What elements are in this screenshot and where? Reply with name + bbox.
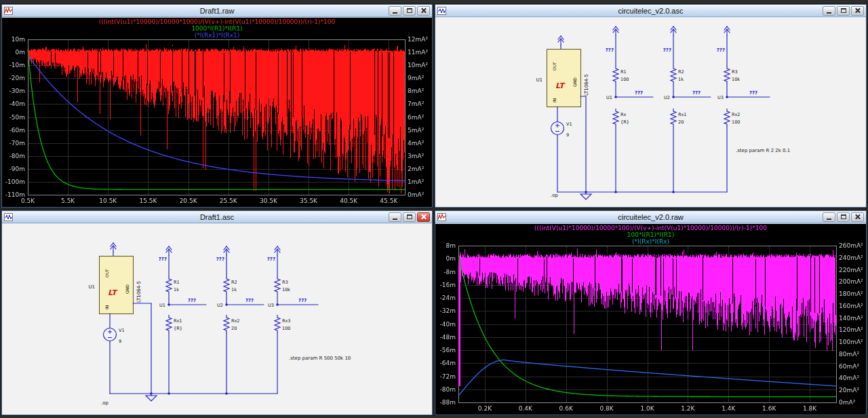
window-title: Draft1.asc xyxy=(2,213,432,221)
maximize-button[interactable] xyxy=(403,212,416,222)
schematic-drawing: LTOUTGNDINLT1084-5U1V19???R11k???U1Rx1{R… xyxy=(2,224,432,415)
svg-text:U1: U1 xyxy=(88,284,95,290)
svg-text:???: ??? xyxy=(245,298,254,303)
titlebar[interactable]: Draft1.asc xyxy=(2,211,432,223)
maximize-button[interactable] xyxy=(403,6,416,16)
close-icon xyxy=(420,214,427,220)
close-button[interactable] xyxy=(417,6,430,16)
window-circuitelec-v2-asc: circuitelec_v2.0.asc LTOUTGNDINLT1084-5U… xyxy=(435,4,867,208)
svg-text:???: ??? xyxy=(663,48,671,53)
svg-text:Rx: Rx xyxy=(620,112,627,117)
svg-text:U1: U1 xyxy=(606,95,612,100)
close-button[interactable] xyxy=(851,6,864,16)
waveform-viewer[interactable]: (((int(V(u1)*10000)/10000*1000)/(V(v+)-i… xyxy=(2,18,432,207)
svg-text:R2: R2 xyxy=(678,69,684,75)
window-controls xyxy=(387,6,430,16)
close-icon xyxy=(420,7,427,14)
titlebar[interactable]: Draft1.raw xyxy=(2,5,432,17)
svg-text:1k: 1k xyxy=(174,287,179,292)
window-title: circuitelec_v2.0.raw xyxy=(435,213,866,221)
close-button[interactable] xyxy=(851,212,864,222)
svg-text:???: ??? xyxy=(216,256,224,262)
window-title: Draft1.raw xyxy=(2,7,432,15)
titlebar[interactable]: circuitelec_v2.0.raw xyxy=(435,211,866,223)
svg-text:100: 100 xyxy=(282,326,290,331)
svg-text:V1: V1 xyxy=(119,328,125,333)
svg-text:9: 9 xyxy=(119,339,121,344)
svg-text:1k: 1k xyxy=(231,287,237,292)
svg-text:10k: 10k xyxy=(732,77,740,82)
window-draft1-asc: Draft1.asc LTOUTGNDINLT1084-5U1V19???R11… xyxy=(1,210,433,415)
maximize-icon xyxy=(407,8,412,13)
window-controls xyxy=(821,212,864,222)
minimize-icon xyxy=(393,218,397,220)
waveform-canvas[interactable] xyxy=(2,18,432,207)
svg-text:???: ??? xyxy=(635,90,643,96)
svg-text:1k: 1k xyxy=(678,77,684,82)
titlebar[interactable]: circuitelec_v2.0.asc xyxy=(435,5,866,17)
minimize-icon xyxy=(393,12,397,14)
svg-text:{R}: {R} xyxy=(620,119,629,125)
close-icon xyxy=(854,7,861,14)
svg-text:LT1084-5: LT1084-5 xyxy=(584,74,589,96)
svg-text:???: ??? xyxy=(692,90,701,96)
close-button[interactable] xyxy=(417,212,430,222)
close-icon xyxy=(854,214,861,220)
svg-text:OUT: OUT xyxy=(104,269,109,278)
schematic-editor[interactable]: LTOUTGNDINLT1084-5U1V19???R11k???U1Rx1{R… xyxy=(2,224,432,415)
svg-text:U2: U2 xyxy=(217,303,223,308)
window-draft1-raw: Draft1.raw (((int(V(u1)*10000)/10000*100… xyxy=(1,4,433,208)
window-circuitelec-v2-raw: circuitelec_v2.0.raw (((int(V(u1)*10000)… xyxy=(435,210,867,415)
svg-text:R2: R2 xyxy=(231,280,237,285)
minimize-icon xyxy=(827,218,831,220)
window-controls xyxy=(387,212,430,222)
svg-text:U3: U3 xyxy=(717,95,724,100)
svg-text:U1: U1 xyxy=(159,303,165,308)
svg-text:9: 9 xyxy=(566,132,569,138)
minimize-button[interactable] xyxy=(823,6,835,16)
svg-text:GND: GND xyxy=(572,77,577,87)
schematic-window-icon xyxy=(4,213,13,221)
svg-text:20: 20 xyxy=(231,326,237,331)
svg-text:100: 100 xyxy=(732,119,740,125)
svg-text:Rx3: Rx3 xyxy=(282,318,291,324)
maximize-button[interactable] xyxy=(837,212,850,222)
svg-text:???: ??? xyxy=(298,298,307,303)
svg-text:R1: R1 xyxy=(174,280,180,285)
schematic-drawing: LTOUTGNDINLT1084-5U1V19???R1100???U1Rx{R… xyxy=(435,18,866,207)
svg-text:100: 100 xyxy=(620,77,629,82)
maximize-icon xyxy=(841,8,846,13)
svg-text:V1: V1 xyxy=(566,121,572,127)
svg-text:Rx1: Rx1 xyxy=(174,318,182,324)
svg-text:10k: 10k xyxy=(282,287,290,292)
waveform-window-icon xyxy=(4,7,13,15)
svg-text:IN: IN xyxy=(552,98,557,102)
svg-text:???: ??? xyxy=(188,298,196,303)
maximize-button[interactable] xyxy=(837,6,850,16)
maximize-icon xyxy=(841,214,846,219)
svg-text:R3: R3 xyxy=(282,280,288,285)
svg-text:U3: U3 xyxy=(268,303,274,308)
minimize-button[interactable] xyxy=(823,212,835,222)
svg-text:???: ??? xyxy=(606,48,614,53)
minimize-button[interactable] xyxy=(389,212,401,222)
svg-text:GND: GND xyxy=(125,284,130,294)
waveform-canvas[interactable] xyxy=(435,224,866,415)
window-controls xyxy=(821,6,864,16)
svg-text:Rx1: Rx1 xyxy=(678,112,687,117)
svg-text:???: ??? xyxy=(267,256,275,262)
svg-text:???: ??? xyxy=(717,48,725,53)
svg-text:.op: .op xyxy=(551,193,559,198)
schematic-editor[interactable]: LTOUTGNDINLT1084-5U1V19???R1100???U1Rx{R… xyxy=(435,18,866,207)
svg-text:.step param R 2 2k 0.1: .step param R 2 2k 0.1 xyxy=(736,148,790,153)
svg-text:R3: R3 xyxy=(732,69,738,75)
waveform-viewer[interactable]: (((int(V(u1)*10000)/10000*100)/(V(v+)-in… xyxy=(435,224,866,415)
svg-text:{R}: {R} xyxy=(174,326,182,331)
minimize-button[interactable] xyxy=(389,6,401,16)
svg-text:U2: U2 xyxy=(664,95,670,100)
svg-text:.op: .op xyxy=(101,400,109,406)
window-title: circuitelec_v2.0.asc xyxy=(435,7,866,15)
svg-text:???: ??? xyxy=(159,256,167,262)
minimize-icon xyxy=(827,12,831,14)
svg-text:Rx2: Rx2 xyxy=(732,112,741,117)
